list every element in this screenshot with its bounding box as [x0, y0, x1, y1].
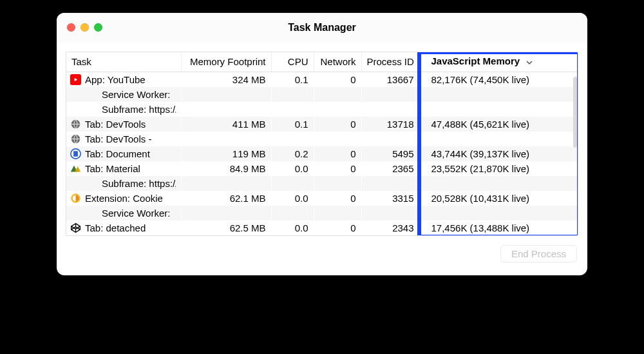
- cell-js-memory: 82,176K (74,450K live): [419, 72, 578, 87]
- table-row[interactable]: Tab: DevTools411 MB0.101371847,488K (45,…: [66, 117, 578, 132]
- table-row[interactable]: Tab: DevTools -: [66, 132, 578, 146]
- task-label: Tab: DevTools: [85, 117, 146, 131]
- cell-memory: 62.5 MB: [181, 221, 271, 235]
- window-controls: [67, 23, 102, 32]
- table-row[interactable]: App: YouTube324 MB0.101366782,176K (74,4…: [66, 72, 578, 87]
- cell-cpu: 0.1: [271, 72, 314, 87]
- table-row[interactable]: Tab: detached62.5 MB0.00234317,456K (13,…: [66, 221, 578, 235]
- minimize-icon[interactable]: [80, 23, 89, 32]
- col-task[interactable]: Task: [66, 52, 181, 72]
- cell-cpu: [271, 132, 314, 146]
- cell-memory: [181, 102, 271, 117]
- cell-memory: 62.1 MB: [181, 191, 271, 206]
- svg-rect-3: [73, 151, 78, 157]
- process-table-body: App: YouTube324 MB0.101366782,176K (74,4…: [66, 72, 578, 235]
- cell-network: [314, 102, 361, 117]
- header-row: Task Memory Footprint CPU Network Proces…: [66, 52, 578, 72]
- cell-pid: 2343: [361, 221, 419, 235]
- cell-task: Tab: Document: [66, 146, 181, 161]
- cell-cpu: 0.0: [271, 221, 314, 235]
- cell-pid: [361, 102, 419, 117]
- col-js-memory-label: JavaScript Memory: [431, 55, 520, 66]
- cell-network: 0: [314, 221, 361, 235]
- zoom-icon[interactable]: [94, 23, 102, 32]
- cell-network: 0: [314, 146, 361, 161]
- cell-cpu: [271, 102, 314, 117]
- task-label: Service Worker:: [102, 88, 170, 101]
- footer: End Process: [66, 236, 578, 264]
- cell-memory: 119 MB: [181, 146, 271, 161]
- cell-task: Service Worker:: [66, 206, 181, 221]
- cell-cpu: 0.0: [271, 161, 314, 176]
- cell-memory: [181, 176, 271, 191]
- cell-js-memory: 43,744K (39,137K live): [419, 146, 578, 161]
- task-manager-window: Task Manager Task Memory Footprint CPU N…: [57, 13, 587, 275]
- cell-js-memory: 17,456K (13,488K live): [419, 221, 578, 235]
- table-row[interactable]: Tab: Material84.9 MB0.00236523,552K (21,…: [66, 161, 578, 176]
- cell-memory: 84.9 MB: [181, 161, 271, 176]
- cell-js-memory: [419, 132, 578, 146]
- end-process-button[interactable]: End Process: [500, 245, 577, 262]
- table-row[interactable]: Subframe: https://: [66, 176, 578, 191]
- col-network[interactable]: Network: [314, 52, 361, 72]
- blank-icon: [87, 89, 98, 100]
- cell-network: [314, 132, 361, 146]
- window-title: Task Manager: [288, 22, 356, 34]
- cell-network: 0: [314, 161, 361, 176]
- cell-task: App: YouTube: [66, 72, 181, 87]
- col-memory[interactable]: Memory Footprint: [181, 52, 271, 72]
- globe-icon: [70, 119, 81, 130]
- globe-icon: [70, 133, 81, 144]
- cell-task: Tab: detached: [66, 221, 181, 235]
- cell-task: Tab: DevTools -: [66, 132, 181, 146]
- cell-js-memory: [419, 206, 578, 221]
- task-label: Extension: Cookie: [85, 192, 163, 205]
- chevron-down-icon: [526, 57, 533, 68]
- cell-task: Subframe: https://: [66, 102, 181, 117]
- task-label: App: YouTube: [85, 73, 146, 86]
- cell-task: Tab: DevTools: [66, 117, 181, 132]
- close-icon[interactable]: [67, 23, 75, 32]
- blank-icon: [87, 104, 98, 115]
- cell-cpu: [271, 87, 314, 102]
- table-row[interactable]: Service Worker:: [66, 87, 578, 102]
- table-row[interactable]: Extension: Cookie62.1 MB0.00331520,528K …: [66, 191, 578, 206]
- cell-memory: [181, 132, 271, 146]
- task-label: Tab: detached: [85, 221, 146, 235]
- process-table-container: Task Memory Footprint CPU Network Proces…: [66, 52, 578, 236]
- blank-icon: [87, 208, 98, 219]
- cell-memory: [181, 87, 271, 102]
- col-cpu[interactable]: CPU: [271, 52, 314, 72]
- cell-network: 0: [314, 72, 361, 87]
- cell-js-memory: [419, 102, 578, 117]
- blank-icon: [87, 178, 98, 189]
- cell-js-memory: [419, 176, 578, 191]
- cell-task: Tab: Material: [66, 161, 181, 176]
- cell-pid: [361, 87, 419, 102]
- cell-network: [314, 176, 361, 191]
- task-label: Tab: Document: [85, 147, 150, 161]
- task-label: Tab: Material: [85, 162, 140, 175]
- youtube-icon: [70, 74, 81, 85]
- cell-cpu: [271, 176, 314, 191]
- cell-js-memory: 20,528K (10,431K live): [419, 191, 578, 206]
- cell-pid: [361, 176, 419, 191]
- task-label: Tab: DevTools -: [85, 132, 151, 146]
- cell-pid: 5495: [361, 146, 419, 161]
- col-pid[interactable]: Process ID: [361, 52, 419, 72]
- cell-cpu: 0.2: [271, 146, 314, 161]
- cell-memory: 324 MB: [181, 72, 271, 87]
- cell-pid: [361, 206, 419, 221]
- cell-network: [314, 206, 361, 221]
- col-js-memory[interactable]: JavaScript Memory: [419, 52, 578, 72]
- table-row[interactable]: Tab: Document119 MB0.20549543,744K (39,1…: [66, 146, 578, 161]
- table-row[interactable]: Subframe: https://: [66, 102, 578, 117]
- document-icon: [70, 148, 81, 159]
- table-row[interactable]: Service Worker:: [66, 206, 578, 221]
- scrollbar-thumb[interactable]: [573, 77, 577, 148]
- cell-memory: [181, 206, 271, 221]
- cell-pid: 13718: [361, 117, 419, 132]
- cell-js-memory: 47,488K (45,621K live): [419, 117, 578, 132]
- cell-network: 0: [314, 117, 361, 132]
- cell-pid: 3315: [361, 191, 419, 206]
